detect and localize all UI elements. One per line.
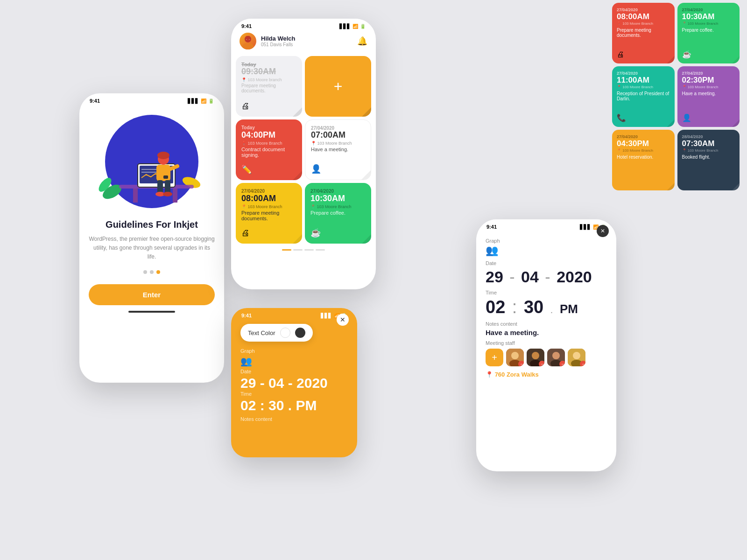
time-sep-1: : — [512, 297, 517, 317]
battery-icon-1: 🔋 — [208, 98, 214, 104]
staff-row: + − − — [486, 349, 607, 366]
svg-point-11 — [157, 152, 169, 159]
svg-point-27 — [532, 352, 539, 359]
date-year: 2020 — [557, 268, 592, 286]
signal-icon-2: ▋▋▋ — [339, 24, 351, 29]
rcard-1[interactable]: 27/04/2020 08:00AM 📍 103 Moore Branch Pr… — [612, 3, 675, 63]
enter-button[interactable]: Enter — [89, 284, 215, 305]
notification-bell-icon[interactable]: 🔔 — [357, 36, 367, 46]
status-time-2: 9:41 — [241, 23, 252, 29]
status-time-4: 9:41 — [486, 224, 497, 230]
card-4-desc: Have a meeting. — [311, 147, 365, 152]
notes-text-4: Have a meeting. — [486, 329, 607, 336]
user-subtitle: 051 Davis Falls — [261, 42, 295, 47]
staff-remove-1[interactable]: − — [518, 361, 524, 366]
rcard-6-date: 28/04/2020 — [682, 134, 735, 139]
rcard-5-loc: 📍 103 Moore Branch — [617, 148, 670, 153]
staff-avatar-2: − — [527, 349, 544, 366]
card-3-time: 04:00PM — [241, 131, 296, 140]
time-label-4: Time — [486, 290, 607, 295]
rcard-5-date: 27/04/2020 — [617, 134, 670, 139]
rcard-3-loc: 📍 103 Moore Branch — [617, 85, 670, 89]
notes-label-4: Notes content — [486, 321, 607, 327]
battery-icon-2: 🔋 — [360, 24, 366, 29]
card-1-time: 09:30AM — [241, 67, 296, 77]
card-1-icon: 🖨 — [241, 101, 296, 111]
rcard-5[interactable]: 27/04/2020 04:30PM 📍 103 Moore Branch Ho… — [612, 130, 675, 190]
status-time-1: 9:41 — [90, 98, 100, 104]
edit-body-orange: Text Color Graph 👥 Date 29 - 04 - 2020 T… — [231, 320, 357, 422]
status-bar-4: 9:41 ▋▋▋ 📶 🔋 — [476, 219, 616, 231]
rcard-2-time: 10:30AM — [682, 12, 735, 21]
card-4-icon: 👤 — [311, 164, 365, 174]
svg-rect-12 — [156, 165, 170, 181]
svg-point-24 — [511, 352, 519, 359]
card-6-desc: Prepare coffee. — [310, 210, 366, 216]
rcard-6[interactable]: 28/04/2020 07:30AM 📍 103 Moore Branch Bo… — [677, 130, 740, 190]
rcard-4[interactable]: 27/04/2020 02:30PM 📍 103 Moore Branch Ha… — [677, 66, 740, 127]
user-avatar — [240, 33, 256, 49]
detail-graph-icon: 👥 — [486, 245, 607, 257]
card-5-icon: 🖨 — [241, 228, 296, 238]
wifi-icon-1: 📶 — [201, 98, 206, 104]
rcard-1-time: 08:00AM — [617, 12, 670, 21]
color-dark-option[interactable] — [295, 328, 305, 338]
color-white-option[interactable] — [280, 328, 290, 338]
detail-date: 29 - 04 - 2020 — [486, 268, 607, 286]
notes-label-3: Notes content — [240, 416, 348, 422]
task-card-add[interactable]: + — [305, 56, 371, 117]
rcard-1-date: 27/04/2020 — [617, 7, 670, 12]
task-card-6[interactable]: 27/04/2020 10:30AM 📍 103 Moore Branch Pr… — [305, 183, 371, 244]
time-sep-2: . — [550, 305, 553, 315]
illustration — [91, 110, 212, 213]
phone-edit-orange: 9:41 ▋▋▋ 📶 🔋 ✕ Text Color Graph 👥 Date 2… — [231, 308, 357, 457]
card-4-time: 07:00AM — [311, 131, 365, 140]
card-4-loc: 📍 103 Moore Branch — [311, 141, 365, 146]
rcard-2-icon: ☕ — [682, 50, 735, 59]
rcard-2-desc: Prepare coffee. — [682, 28, 735, 33]
rcard-1-loc: 📍 103 Moore Branch — [617, 21, 670, 26]
onboard-title: Guidelines For Inkjet — [106, 219, 198, 230]
location-text[interactable]: 📍 760 Zora Walks — [486, 371, 607, 378]
edit-time-3: 02 : 30 . PM — [240, 398, 348, 413]
graph-user-icon: 👥 — [240, 356, 348, 367]
rcard-2-date: 27/04/2020 — [682, 7, 735, 12]
card-3-desc: Contract document signing. — [241, 147, 296, 158]
add-staff-button[interactable]: + — [486, 349, 503, 366]
text-color-popup[interactable]: Text Color — [240, 324, 313, 342]
right-task-panel: 27/04/2020 08:00AM 📍 103 Moore Branch Pr… — [609, 0, 742, 193]
svg-point-30 — [552, 352, 560, 359]
card-1-loc: 📍 103 Moore branch — [241, 77, 296, 82]
user-name: Hilda Welch — [261, 35, 295, 42]
text-color-label: Text Color — [248, 329, 275, 336]
rcard-5-desc: Hotel reservation. — [617, 154, 670, 160]
task-card-1[interactable]: Today 09:30AM 📍 103 Moore branch Prepare… — [236, 56, 302, 117]
staff-remove-2[interactable]: − — [539, 361, 544, 366]
task-card-5[interactable]: 27/04/2020 08:00AM 📍 103 Moore Branch Pr… — [236, 183, 302, 244]
detail-body: Graph 👥 Date 29 - 04 - 2020 Time 02 : 30… — [476, 231, 616, 381]
svg-point-20 — [242, 43, 254, 49]
card-3-label: Today — [241, 125, 296, 130]
close-button-orange[interactable]: ✕ — [337, 314, 349, 326]
home-indicator — [128, 311, 175, 313]
rcard-3-date: 27/04/2020 — [617, 71, 670, 76]
rcard-2[interactable]: 27/04/2020 10:30AM 📍 103 Moore Branch Pr… — [677, 3, 740, 63]
task-cards-grid: Today 09:30AM 📍 103 Moore branch Prepare… — [231, 53, 376, 246]
card-6-icon: ☕ — [310, 228, 366, 238]
rcard-1-desc: Prepare meeting documents. — [617, 28, 670, 38]
rcard-3-icon: 📞 — [617, 113, 670, 122]
rcard-3[interactable]: 27/04/2020 11:00AM 📍 103 Moore Branch Re… — [612, 66, 675, 127]
card-6-time: 10:30AM — [310, 194, 366, 203]
staff-remove-4[interactable]: − — [580, 361, 585, 366]
task-card-4[interactable]: 27/04/2020 07:00AM 📍 103 Moore Branch Ha… — [305, 119, 371, 180]
task-card-3[interactable]: Today 04:00PM 📍 103 Moore Branch Contrac… — [236, 119, 302, 180]
signal-icon-3: ▋▋▋ — [321, 313, 332, 318]
date-day: 29 — [486, 268, 503, 286]
date-label-3: Date — [240, 369, 348, 374]
phone-detail: 9:41 ▋▋▋ 📶 🔋 ✕ Graph 👥 Date 29 - 04 - 20… — [476, 219, 616, 471]
staff-avatar-4: − — [568, 349, 585, 366]
edit-date-3: 29 - 04 - 2020 — [240, 375, 348, 391]
close-button-detail[interactable]: ✕ — [597, 225, 609, 237]
rcard-4-loc: 📍 103 Moore Branch — [682, 85, 735, 89]
staff-remove-3[interactable]: − — [559, 361, 565, 366]
